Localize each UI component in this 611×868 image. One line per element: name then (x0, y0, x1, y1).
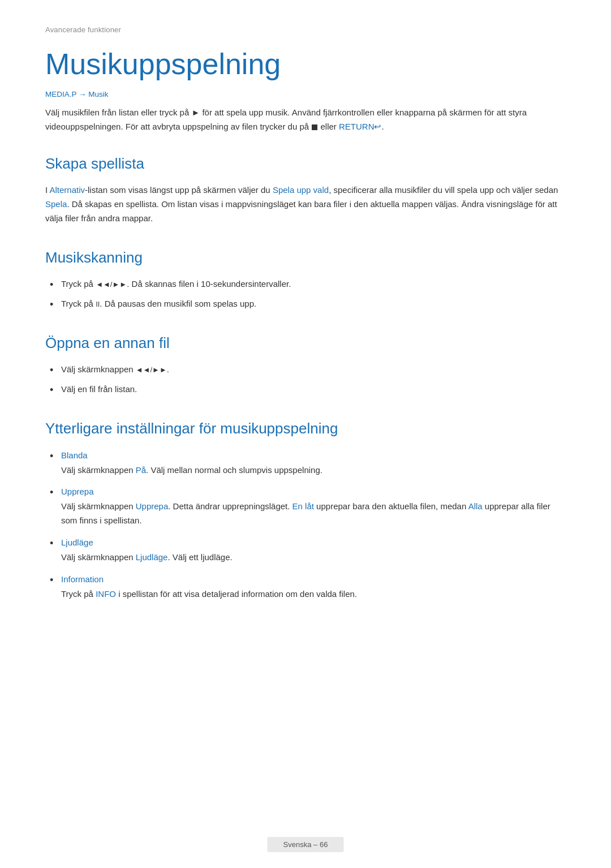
bullet-upprepa-title: Upprepa (61, 485, 566, 499)
link-ljudlage-knapp[interactable]: Ljudläge (136, 552, 168, 562)
oppna-item-1: Välj skärmknappen ◄◄/►►. (45, 363, 566, 377)
footer: Svenska – 66 (268, 837, 344, 851)
pause-icon: II (96, 300, 100, 308)
nav-path-media[interactable]: MEDIA.P (45, 90, 76, 98)
musikskanning-item-2: Tryck på II. Då pausas den musikfil som … (45, 297, 566, 311)
link-en-lat[interactable]: En låt (292, 501, 314, 511)
bullet-upprepa: Upprepa Välj skärmknappen Upprepa. Detta… (45, 485, 566, 528)
link-information[interactable]: Information (61, 574, 104, 584)
section-skapa-spellista: Skapa spellista I Alternativ-listan som … (45, 152, 566, 226)
link-upprepa[interactable]: Upprepa (61, 487, 94, 496)
breadcrumb: Avancerade funktioner (45, 23, 566, 36)
bullet-upprepa-desc: Välj skärmknappen Upprepa. Detta ändrar … (61, 500, 566, 528)
bullet-information-title: Information (61, 573, 566, 586)
bullet-blanda-title: Blanda (61, 449, 566, 462)
bullet-blanda: Blanda Välj skärmknappen På. Välj mellan… (45, 449, 566, 478)
section-body-skapa-spellista: I Alternativ-listan som visas längst upp… (45, 183, 566, 225)
musikskanning-item-1: Tryck på ◄◄/►►. Då skannas filen i 10-se… (45, 277, 566, 291)
nav-path-arrow: → (79, 90, 88, 98)
oppna-list: Välj skärmknappen ◄◄/►►. Välj en fil frå… (45, 363, 566, 397)
link-spela[interactable]: Spela (45, 199, 67, 209)
footer-text: Svenska – 66 (268, 837, 344, 852)
link-upprepa-knapp[interactable]: Upprepa (136, 501, 169, 511)
skip-icon-oppna: ◄◄/►► (136, 366, 167, 374)
link-spela-upp-vald[interactable]: Spela upp vald (273, 185, 329, 195)
section-oppna-annan-fil: Öppna en annan fil Välj skärmknappen ◄◄/… (45, 332, 566, 397)
page-title: Musikuppspelning (45, 48, 566, 81)
bullet-information: Information Tryck på INFO i spellistan f… (45, 573, 566, 601)
page-container: Avancerade funktioner Musikuppspelning M… (0, 0, 611, 678)
oppna-item-2: Välj en fil från listan. (45, 383, 566, 397)
bullet-blanda-desc: Välj skärmknappen På. Välj mellan normal… (61, 463, 566, 478)
bullet-ljudlage: Ljudläge Välj skärmknappen Ljudläge. Väl… (45, 536, 566, 565)
breadcrumb-text: Avancerade funktioner (45, 25, 121, 34)
nav-path: MEDIA.P → Musik (45, 88, 566, 101)
intro-paragraph: Välj musikfilen från listan eller tryck … (45, 106, 566, 134)
link-ljudlage[interactable]: Ljudläge (61, 538, 93, 547)
section-ytterligare: Ytterligare inställningar för musikuppsp… (45, 417, 566, 601)
section-title-ytterligare: Ytterligare inställningar för musikuppsp… (45, 417, 566, 441)
link-pa[interactable]: På (136, 465, 146, 475)
bullet-ljudlage-title: Ljudläge (61, 536, 566, 549)
rewind-forward-icon: ◄◄/►► (96, 280, 127, 289)
bullet-information-desc: Tryck på INFO i spellistan för att visa … (61, 587, 566, 601)
stop-icon (312, 124, 317, 130)
section-title-musikskanning: Musikskanning (45, 246, 566, 270)
section-musikskanning: Musikskanning Tryck på ◄◄/►►. Då skannas… (45, 246, 566, 311)
nav-path-musik[interactable]: Musik (88, 90, 108, 98)
link-blanda[interactable]: Blanda (61, 450, 88, 460)
section-title-skapa-spellista: Skapa spellista (45, 152, 566, 176)
link-info[interactable]: INFO (96, 589, 116, 599)
musikskanning-list: Tryck på ◄◄/►►. Då skannas filen i 10-se… (45, 277, 566, 311)
bullet-ljudlage-desc: Välj skärmknappen Ljudläge. Välj ett lju… (61, 551, 566, 565)
return-text: RETURN↩ (339, 122, 382, 131)
section-title-oppna: Öppna en annan fil (45, 332, 566, 355)
link-alla[interactable]: Alla (468, 501, 483, 511)
link-alternativ[interactable]: Alternativ (50, 185, 85, 195)
